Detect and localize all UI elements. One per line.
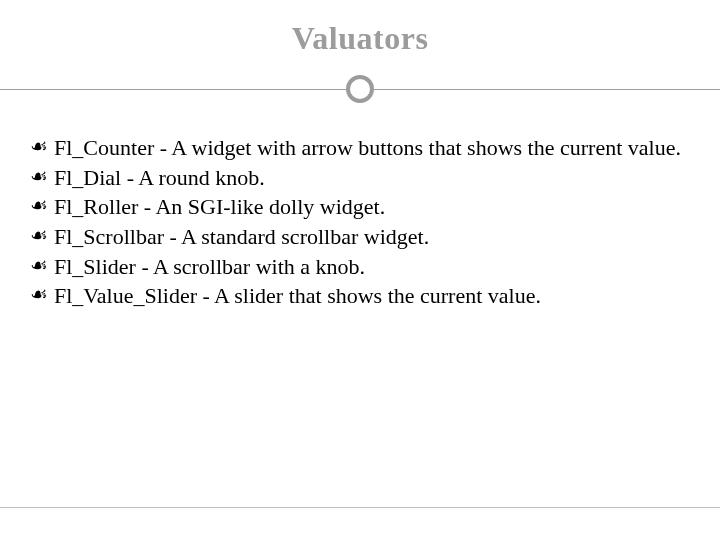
swirl-bullet-icon: ☙ xyxy=(30,225,48,243)
list-item: ☙ Fl_Value_Slider - A slider that shows … xyxy=(30,281,690,311)
list-item-text: Fl_Roller - An SGI-like dolly widget. xyxy=(54,194,385,219)
circle-icon xyxy=(346,75,374,103)
list-item: ☙ Fl_Dial - A round knob. xyxy=(30,163,690,193)
list-item: ☙ Fl_Scrollbar - A standard scrollbar wi… xyxy=(30,222,690,252)
list-item-text: Fl_Scrollbar - A standard scrollbar widg… xyxy=(54,224,429,249)
list-item: ☙ Fl_Slider - A scrollbar with a knob. xyxy=(30,252,690,282)
swirl-bullet-icon: ☙ xyxy=(30,255,48,273)
list-item-text: Fl_Counter - A widget with arrow buttons… xyxy=(54,135,681,160)
list-item-text: Fl_Slider - A scrollbar with a knob. xyxy=(54,254,365,279)
body: ☙ Fl_Counter - A widget with arrow butto… xyxy=(0,105,720,311)
title-divider xyxy=(0,75,720,105)
list-item: ☙ Fl_Roller - An SGI-like dolly widget. xyxy=(30,192,690,222)
list-item-text: Fl_Dial - A round knob. xyxy=(54,165,265,190)
title-wrap: Valuators xyxy=(0,0,720,57)
slide-title: Valuators xyxy=(292,20,429,56)
bottom-rule xyxy=(0,507,720,508)
list-item-text: Fl_Value_Slider - A slider that shows th… xyxy=(54,283,541,308)
swirl-bullet-icon: ☙ xyxy=(30,136,48,154)
swirl-bullet-icon: ☙ xyxy=(30,195,48,213)
slide: Valuators ☙ Fl_Counter - A widget with a… xyxy=(0,0,720,540)
swirl-bullet-icon: ☙ xyxy=(30,284,48,302)
swirl-bullet-icon: ☙ xyxy=(30,166,48,184)
list-item: ☙ Fl_Counter - A widget with arrow butto… xyxy=(30,133,690,163)
